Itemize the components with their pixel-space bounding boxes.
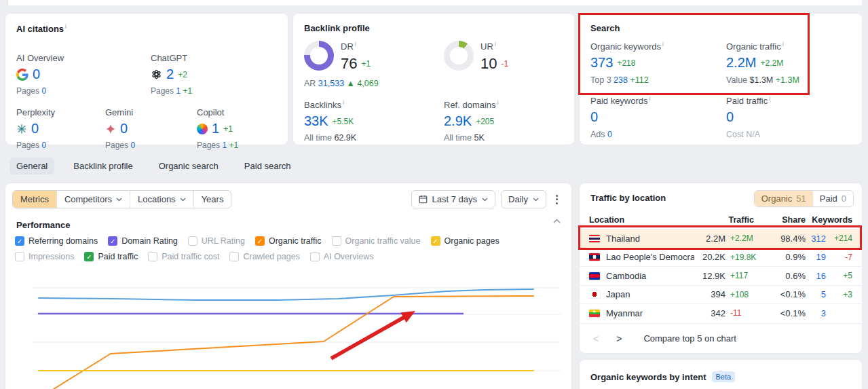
- ref-domains-alltime: All time 5K: [444, 133, 499, 143]
- perplexity-icon: [16, 124, 27, 134]
- checkbox-ai-overviews[interactable]: AI Overviews: [310, 252, 374, 261]
- gemini-icon: [105, 124, 116, 134]
- toggle-paid[interactable]: Paid0: [813, 191, 853, 206]
- beta-badge: Beta: [712, 371, 736, 382]
- calendar-icon: [419, 195, 428, 204]
- pages-value[interactable]: 0: [130, 141, 135, 150]
- chevron-down-icon: [116, 198, 122, 202]
- locations-dropdown[interactable]: Locations: [130, 191, 193, 208]
- ai-citations-card: AI citationsi AI Overview 0 Pages 0 Chat…: [5, 14, 288, 145]
- cambodia-flag: [589, 272, 600, 280]
- info-icon[interactable]: i: [495, 41, 496, 48]
- dr-change: +1: [361, 59, 371, 69]
- checkbox-referring-domains[interactable]: Referring domains: [15, 236, 98, 246]
- tab-paid-search[interactable]: Paid search: [238, 158, 298, 174]
- backlinks-alltime: All time 62.9K: [304, 133, 356, 143]
- col-keywords[interactable]: Keywords: [806, 215, 852, 225]
- pages-value[interactable]: 1: [176, 86, 181, 96]
- info-icon[interactable]: i: [769, 95, 770, 102]
- search-title: Search: [590, 23, 620, 33]
- chevron-down-icon: [180, 198, 186, 202]
- perplexity-metric: Perplexity 0 Pages 0: [16, 107, 108, 150]
- ref-domains-label: Ref. domainsi: [444, 99, 499, 110]
- paid-traffic-value[interactable]: 0: [726, 109, 734, 125]
- table-row-japan[interactable]: Japan 394 +108 <0.1% 5 +3: [580, 285, 862, 304]
- organic-traffic-value[interactable]: 2.2M: [726, 55, 756, 71]
- paid-traffic-label: Paid traffici: [726, 95, 770, 106]
- table-row-cambodia[interactable]: Cambodia 12.9K +117 0.6% 16 +5: [580, 266, 862, 285]
- copilot-change: +1: [223, 124, 233, 134]
- paid-keywords-label: Paid keywordsi: [590, 95, 651, 106]
- tab-organic-search[interactable]: Organic search: [152, 158, 225, 174]
- location-table: Location Traffic Share Keywords Thailand…: [580, 210, 862, 322]
- metrics-button[interactable]: Metrics: [13, 191, 56, 208]
- info-icon[interactable]: i: [662, 41, 664, 48]
- collapse-section-button[interactable]: [553, 219, 561, 223]
- ur-change: -1: [501, 59, 508, 69]
- cutoff-top-strip: [7, 0, 862, 5]
- top3-row: Top 3 238 +112: [590, 75, 664, 85]
- table-row-thailand[interactable]: Thailand 2.2M +2.2M 98.4% 312 +214: [580, 229, 862, 248]
- info-icon[interactable]: i: [497, 99, 499, 106]
- years-button[interactable]: Years: [193, 191, 231, 208]
- organic-keywords-value[interactable]: 373: [590, 55, 613, 71]
- info-icon[interactable]: i: [649, 95, 651, 102]
- competitors-dropdown[interactable]: Competitors: [56, 191, 130, 208]
- compare-top5-label: Compare top 5 on chart: [643, 333, 736, 344]
- checkbox-crawled-pages[interactable]: Crawled pages: [229, 252, 299, 261]
- copilot-label: Copilot: [197, 107, 288, 117]
- copilot-value: 1: [212, 121, 219, 136]
- perplexity-value: 0: [31, 121, 39, 136]
- performance-title: Performance: [16, 220, 70, 230]
- info-icon[interactable]: i: [782, 41, 784, 48]
- date-range-dropdown[interactable]: Last 7 days: [411, 190, 496, 208]
- checkbox-url-rating[interactable]: URL Rating: [188, 236, 245, 246]
- pages-value[interactable]: 1: [222, 141, 227, 150]
- japan-flag: [589, 291, 600, 298]
- ai-overview-metric: AI Overview 0 Pages 0: [16, 53, 108, 96]
- ref-domains-value[interactable]: 2.9K: [444, 113, 472, 129]
- date-controls: Last 7 days Daily: [411, 190, 562, 208]
- pages-value[interactable]: 0: [41, 86, 46, 96]
- checkbox-paid-traffic[interactable]: Paid traffic: [84, 252, 138, 261]
- checkbox-organic-traffic-value[interactable]: Organic traffic value: [332, 236, 421, 246]
- ahrefs-rank: AR 31,533 ▲ 4,069: [304, 79, 379, 88]
- annotation-arrow-group: [331, 311, 415, 358]
- tab-general[interactable]: General: [10, 158, 54, 174]
- myanmar-flag: [589, 310, 600, 317]
- chatgpt-value: 2: [166, 67, 174, 82]
- checkbox-organic-traffic[interactable]: Organic traffic: [255, 236, 322, 246]
- info-icon[interactable]: i: [355, 41, 356, 48]
- next-page-button[interactable]: >: [612, 333, 626, 344]
- ads-row: Ads 0: [590, 130, 651, 139]
- checkbox-impressions[interactable]: Impressions: [15, 252, 74, 261]
- checkbox-paid-traffic-cost[interactable]: Paid traffic cost: [148, 252, 219, 261]
- keywords-by-intent-title: Organic keywords by intent: [590, 372, 706, 382]
- paid-keywords-value[interactable]: 0: [590, 109, 598, 125]
- performance-chart: [5, 183, 571, 389]
- checkbox-domain-rating[interactable]: Domain Rating: [108, 236, 178, 246]
- ai-citations-title: AI citationsi: [16, 23, 67, 34]
- info-icon[interactable]: i: [65, 23, 67, 30]
- granularity-dropdown[interactable]: Daily: [501, 190, 546, 208]
- col-share[interactable]: Share: [768, 215, 806, 225]
- info-icon[interactable]: i: [343, 99, 344, 106]
- prev-page-button[interactable]: <: [589, 333, 603, 344]
- section-tabs: General Backlink profile Organic search …: [10, 158, 298, 174]
- toggle-organic[interactable]: Organic51: [755, 191, 813, 206]
- col-traffic[interactable]: Traffic: [694, 215, 768, 225]
- table-row-myanmar[interactable]: Myanmar 342 -11 <0.1% 3: [580, 303, 862, 322]
- performance-card: Metrics Competitors Locations Years Last…: [5, 183, 571, 389]
- gemini-metric: Gemini 0 Pages 0: [105, 107, 197, 150]
- table-row-laos[interactable]: Lao People's Democratic Reput 20.2K +19.…: [580, 248, 862, 267]
- chatgpt-metric: ChatGPT 2 +2 Pages 1 +1: [151, 53, 242, 96]
- col-location[interactable]: Location: [589, 215, 694, 225]
- pages-value[interactable]: 0: [41, 141, 46, 150]
- checkbox-organic-pages[interactable]: Organic pages: [431, 236, 499, 246]
- annotation-arrow: [400, 311, 415, 322]
- more-options-button[interactable]: [552, 192, 562, 207]
- search-card: Search Organic keywordsi 373+218 Top 3 2…: [580, 14, 862, 145]
- traffic-by-location-card: Traffic by location Organic51 Paid0 Loca…: [580, 183, 862, 353]
- tab-backlink-profile[interactable]: Backlink profile: [67, 158, 139, 174]
- backlinks-value[interactable]: 33K: [304, 113, 328, 129]
